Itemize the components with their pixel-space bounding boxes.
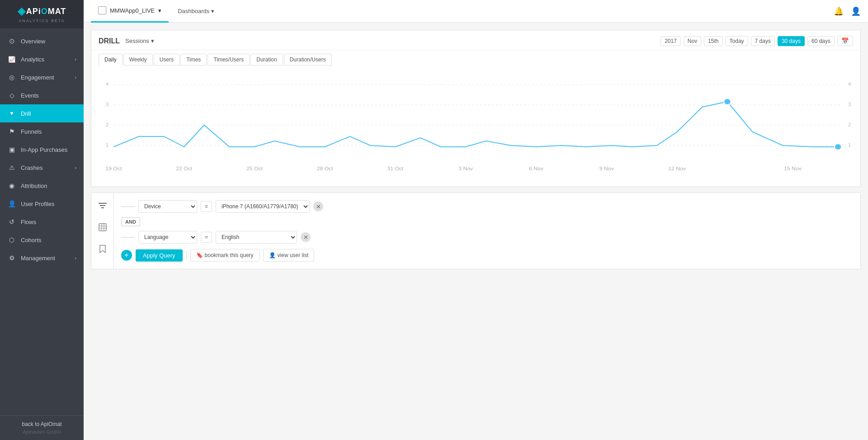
calendar-btn[interactable]: 📅 xyxy=(837,36,853,46)
svg-text:12 Nov: 12 Nov xyxy=(668,166,686,171)
sidebar-item-user-profiles[interactable]: 👤 User Profiles xyxy=(0,195,84,213)
time-nov-btn[interactable]: Nov xyxy=(684,36,701,46)
chart-end-dot xyxy=(835,144,842,150)
tab-times-users[interactable]: Times/Users xyxy=(208,54,250,66)
tab-users[interactable]: Users xyxy=(154,54,179,66)
time-2017-btn[interactable]: 2017 xyxy=(660,36,681,46)
svg-text:31 Oct: 31 Oct xyxy=(387,166,404,171)
logo-subtitle: ANALYTICS BETA xyxy=(19,19,65,23)
main-content: MMWApp0_LIVE ▾ Dashboards ▾ 🔔 👤 DRILL Se… xyxy=(84,0,868,440)
time-today-btn[interactable]: Today xyxy=(726,36,748,46)
chart-area: 4 3 2 1 4 3 2 1 xyxy=(91,66,860,187)
sidebar-item-label: Management xyxy=(21,255,75,262)
sidebar-item-engagement[interactable]: ◎ Engagement › xyxy=(0,68,84,86)
sidebar-item-in-app-purchases[interactable]: ▣ In-App Purchases xyxy=(0,140,84,159)
in-app-purchases-icon: ▣ xyxy=(7,145,16,154)
time-60days-btn[interactable]: 60 days xyxy=(807,36,835,46)
tab-times[interactable]: Times xyxy=(180,54,207,66)
tab-duration[interactable]: Duration xyxy=(250,54,283,66)
time-30days-btn[interactable]: 30 days xyxy=(778,36,805,46)
engagement-icon: ◎ xyxy=(7,73,16,82)
dashboards-tab[interactable]: Dashboards ▾ xyxy=(170,0,222,23)
sidebar-item-label: Drill xyxy=(21,110,76,117)
table-icon[interactable] xyxy=(95,220,110,234)
sidebar-item-overview[interactable]: ⊙ Overview xyxy=(0,32,84,50)
view-user-list-btn[interactable]: 👤 view user list xyxy=(263,249,315,262)
svg-text:1: 1 xyxy=(848,142,851,148)
add-filter-btn[interactable]: + xyxy=(121,250,132,261)
query-content: Device Language OS Version = iPhone 7 (A… xyxy=(114,193,860,269)
sessions-dropdown[interactable]: Sessions ▾ xyxy=(125,37,154,44)
bookmark-sidebar-icon[interactable] xyxy=(95,242,110,256)
content-area: DRILL Sessions ▾ 2017 Nov 15th Today 7 d… xyxy=(84,23,868,440)
back-to-apiomat-link[interactable]: back to ApiOmat xyxy=(7,421,76,427)
sidebar-item-crashes[interactable]: ⚠ Crashes › xyxy=(0,159,84,177)
nav-list: ⊙ Overview 📈 Analytics › ◎ Engagement › … xyxy=(0,28,84,415)
filter-row-1: Device Language OS Version = iPhone 7 (A… xyxy=(118,200,853,213)
apply-query-label: Apply Query xyxy=(143,252,175,259)
notification-icon[interactable]: 🔔 xyxy=(834,6,844,16)
tab-weekly[interactable]: Weekly xyxy=(123,54,153,66)
sidebar-item-label: Crashes xyxy=(21,164,75,171)
sidebar-item-funnels[interactable]: ⚑ Funnels xyxy=(0,122,84,140)
and-connector-row: AND xyxy=(118,217,853,226)
sessions-label: Sessions xyxy=(125,37,149,44)
sidebar: ◈ APiOMAT ANALYTICS BETA ⊙ Overview 📈 An… xyxy=(0,0,84,440)
chart-tooltip-dot xyxy=(724,98,731,105)
filter1-value-select[interactable]: iPhone 7 (A1660/A1779/A1780) iPhone 6 iP… xyxy=(216,200,310,213)
time-7days-btn[interactable]: 7 days xyxy=(751,36,775,46)
actions-row: + Apply Query 🔖 bookmark this query 👤 vi… xyxy=(118,249,853,262)
svg-text:9 Nov: 9 Nov xyxy=(599,166,614,171)
chevron-right-icon: › xyxy=(75,165,76,170)
drill-icon: ▼ xyxy=(7,109,16,118)
time-15th-btn[interactable]: 15th xyxy=(704,36,722,46)
sidebar-item-label: Overview xyxy=(21,38,76,45)
sidebar-item-management[interactable]: ⚙ Management › xyxy=(0,249,84,267)
svg-text:3 Nov: 3 Nov xyxy=(458,166,473,171)
filter-icon[interactable] xyxy=(95,198,110,213)
tab-duration-users[interactable]: Duration/Users xyxy=(284,54,332,66)
time-controls: 2017 Nov 15th Today 7 days 30 days 60 da… xyxy=(660,36,853,46)
and-label: AND xyxy=(121,217,140,226)
app-tab-arrow-icon: ▾ xyxy=(158,7,161,14)
sidebar-item-label: Analytics xyxy=(21,56,75,63)
sidebar-item-drill[interactable]: ▼ Drill xyxy=(0,104,84,122)
drill-header: DRILL Sessions ▾ 2017 Nov 15th Today 7 d… xyxy=(91,30,860,50)
bookmark-label: bookmark this query xyxy=(205,252,254,258)
app-tab[interactable]: MMWApp0_LIVE ▾ xyxy=(91,0,169,23)
filter2-value-select[interactable]: English German French xyxy=(216,231,297,243)
sidebar-item-events[interactable]: ◇ Events xyxy=(0,86,84,104)
query-sidebar xyxy=(91,193,114,269)
sidebar-item-label: In-App Purchases xyxy=(21,146,76,153)
tab-daily[interactable]: Daily xyxy=(99,54,123,66)
sidebar-item-attribution[interactable]: ◉ Attribution xyxy=(0,177,84,195)
svg-text:22 Oct: 22 Oct xyxy=(176,166,193,171)
sidebar-item-label: Funnels xyxy=(21,128,76,135)
svg-text:4: 4 xyxy=(105,81,108,87)
filter2-remove-btn[interactable]: ✕ xyxy=(301,232,311,242)
chevron-right-icon: › xyxy=(75,75,76,80)
filter2-operator: = xyxy=(201,232,212,243)
apply-query-btn[interactable]: Apply Query xyxy=(136,249,183,262)
svg-text:28 Oct: 28 Oct xyxy=(317,166,334,171)
bookmark-icon: 🔖 xyxy=(196,252,203,258)
sidebar-item-analytics[interactable]: 📈 Analytics › xyxy=(0,50,84,68)
filter-row-2: Language Device OS Version = English Ger… xyxy=(118,231,853,243)
sidebar-bottom: back to ApiOmat Apinauten GmbH xyxy=(0,415,84,440)
overview-icon: ⊙ xyxy=(7,37,16,46)
svg-text:25 Oct: 25 Oct xyxy=(246,166,263,171)
filter1-remove-btn[interactable]: ✕ xyxy=(313,201,323,211)
svg-text:15 Nov: 15 Nov xyxy=(784,166,802,171)
chevron-right-icon: › xyxy=(75,256,76,261)
topbar: MMWApp0_LIVE ▾ Dashboards ▾ 🔔 👤 xyxy=(84,0,868,23)
sidebar-item-flows[interactable]: ↺ Flows xyxy=(0,213,84,231)
bookmark-query-btn[interactable]: 🔖 bookmark this query xyxy=(190,249,259,262)
user-icon[interactable]: 👤 xyxy=(851,6,861,16)
sidebar-item-label: User Profiles xyxy=(21,201,76,207)
management-icon: ⚙ xyxy=(7,253,16,262)
filter2-field-select[interactable]: Language Device OS Version xyxy=(138,231,197,243)
user-profiles-icon: 👤 xyxy=(7,199,16,208)
chart-svg: 4 3 2 1 4 3 2 1 xyxy=(99,71,853,179)
filter1-field-select[interactable]: Device Language OS Version xyxy=(138,200,197,213)
sidebar-item-cohorts[interactable]: ⬡ Cohorts xyxy=(0,231,84,249)
